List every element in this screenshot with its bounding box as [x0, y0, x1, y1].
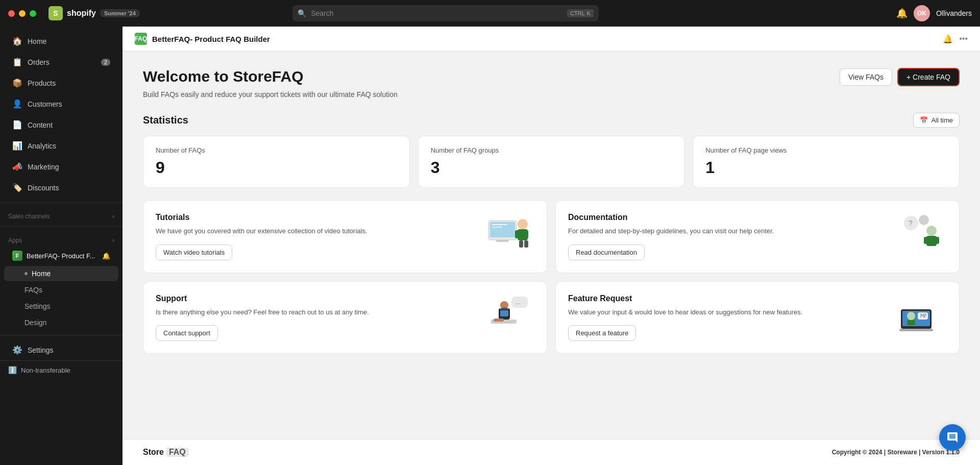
svg-point-12: [919, 215, 929, 225]
non-transferable-notice: ℹ️ Non-transferable: [0, 360, 122, 379]
sidebar-item-settings[interactable]: ⚙️ Settings: [4, 340, 118, 360]
sidebar-item-home[interactable]: 🏠 Home: [4, 31, 118, 51]
support-card-title: Support: [156, 294, 475, 303]
create-faq-button[interactable]: + Create FAQ: [897, 68, 960, 86]
feature-request-illustration: Hi!: [896, 294, 947, 335]
analytics-icon: 📊: [12, 141, 22, 151]
sidebar-divider-1: [0, 202, 122, 203]
view-faqs-button[interactable]: View FAQs: [840, 68, 892, 86]
svg-rect-7: [519, 240, 523, 248]
sidebar-item-products[interactable]: 📦 Products: [4, 73, 118, 93]
time-filter-label: All time: [931, 116, 953, 124]
support-card: Support Is there anything else you need?…: [143, 281, 547, 354]
svg-rect-27: [899, 329, 933, 331]
sidebar-divider-3: [0, 335, 122, 335]
welcome-header: Welcome to StoreFAQ View FAQs + Create F…: [143, 68, 960, 86]
svg-point-3: [518, 219, 528, 229]
season-badge: Summer '24: [100, 9, 140, 17]
sidebar-app-name: BetterFAQ- Product F...: [27, 252, 95, 260]
sidebar-sub-faqs[interactable]: FAQs: [4, 282, 118, 298]
tutorials-card-title: Tutorials: [156, 213, 475, 222]
app-more-icon[interactable]: •••: [959, 34, 968, 43]
sidebar-analytics-label: Analytics: [28, 142, 56, 150]
betterfaq-app-icon: F: [12, 251, 22, 261]
sidebar-section-sales-channels[interactable]: Sales channels ›: [0, 207, 122, 222]
topbar: S shopify Summer '24 🔍 CTRL K 🔔 OK Olliv…: [0, 0, 980, 27]
sidebar-app-betterfaq[interactable]: F BetterFAQ- Product F... 🔔: [4, 247, 118, 265]
sidebar-item-content[interactable]: 📄 Content: [4, 115, 118, 135]
read-docs-button[interactable]: Read documentation: [568, 244, 645, 260]
support-card-content: Support Is there anything else you need?…: [156, 294, 475, 341]
svg-rect-2: [496, 240, 509, 242]
avatar[interactable]: OK: [914, 5, 930, 21]
tutorials-card-content: Tutorials We have got you covered with o…: [156, 213, 475, 260]
sidebar-sub-design-label: Design: [24, 319, 47, 327]
time-filter-button[interactable]: 📅 All time: [913, 113, 960, 128]
sidebar: 🏠 Home 📋 Orders 2 📦 Products 👤 Customers…: [0, 27, 122, 465]
docs-svg: ?: [898, 213, 944, 254]
minimize-window-button[interactable]: [19, 10, 26, 17]
app-bell-icon[interactable]: 🔔: [943, 34, 953, 44]
close-window-button[interactable]: [8, 10, 15, 17]
sidebar-sub-settings[interactable]: Settings: [4, 299, 118, 314]
app-notification-icon: 🔔: [102, 252, 110, 260]
support-illustration: ...: [483, 294, 534, 335]
cards-grid: Tutorials We have got you covered with o…: [143, 200, 960, 354]
statistics-header: Statistics 📅 All time: [143, 113, 960, 128]
shopify-icon: S: [48, 6, 63, 20]
stat-card-faqs: Number of FAQs 9: [143, 136, 410, 188]
main-layout: 🏠 Home 📋 Orders 2 📦 Products 👤 Customers…: [0, 27, 980, 465]
sidebar-sub-design[interactable]: Design: [4, 315, 118, 330]
sidebar-item-orders[interactable]: 📋 Orders 2: [4, 52, 118, 72]
app-footer: Store FAQ Copyright © 2024 | Storeware |…: [122, 439, 980, 465]
non-transferable-label: Non-transferable: [21, 366, 70, 374]
svg-point-28: [907, 312, 915, 320]
maximize-window-button[interactable]: [30, 10, 36, 17]
username-label: Ollivanders: [936, 9, 972, 17]
svg-rect-6: [523, 230, 528, 238]
search-shortcut: CTRL K: [567, 9, 594, 17]
svg-rect-17: [935, 237, 939, 244]
support-svg: ...: [486, 294, 532, 335]
sidebar-item-analytics[interactable]: 📊 Analytics: [4, 136, 118, 156]
contact-support-button[interactable]: Contact support: [156, 325, 218, 341]
footer-copyright-text: Copyright © 2024 | Storeware | Version 1…: [832, 449, 960, 456]
notification-bell-icon[interactable]: 🔔: [896, 8, 908, 19]
welcome-subtitle: Build FAQs easily and reduce your suppor…: [143, 90, 960, 99]
sidebar-sub-home[interactable]: Home: [4, 266, 118, 281]
stat-card-groups: Number of FAQ groups 3: [418, 136, 685, 188]
settings-icon: ⚙️: [12, 345, 22, 355]
home-icon: 🏠: [12, 36, 22, 46]
info-icon: ℹ️: [8, 366, 17, 374]
footer-faq-label: FAQ: [166, 448, 189, 457]
feature-request-card: Feature Request We value your input & wo…: [555, 281, 960, 354]
shopify-logo: S shopify Summer '24: [48, 6, 140, 20]
chat-button[interactable]: [939, 424, 966, 451]
sales-channels-label: Sales channels: [8, 213, 50, 220]
watch-tutorials-button[interactable]: Watch video tutorials: [156, 244, 232, 260]
shortcut-ctrl: CTRL: [570, 10, 585, 16]
sidebar-orders-label: Orders: [28, 58, 50, 66]
sidebar-item-discounts[interactable]: 🏷️ Discounts: [4, 178, 118, 198]
documentation-card: Documentation For detailed and step-by-s…: [555, 200, 960, 273]
svg-rect-10: [492, 227, 502, 228]
feature-svg: Hi!: [898, 294, 944, 335]
request-feature-button[interactable]: Request a feature: [568, 325, 636, 341]
stat-pageviews-label: Number of FAQ page views: [705, 146, 947, 154]
svg-rect-29: [907, 320, 915, 325]
stat-groups-value: 3: [431, 158, 672, 177]
sidebar-item-marketing[interactable]: 📣 Marketing: [4, 157, 118, 177]
tutorials-card-desc: We have got you covered with our extensi…: [156, 226, 475, 236]
orders-badge: 2: [101, 59, 110, 66]
sidebar-divider-2: [0, 226, 122, 227]
svg-rect-8: [524, 240, 528, 248]
stat-card-pageviews: Number of FAQ page views 1: [693, 136, 960, 188]
sidebar-item-customers[interactable]: 👤 Customers: [4, 94, 118, 114]
sidebar-section-apps[interactable]: Apps ›: [0, 231, 122, 246]
svg-text:...: ...: [516, 299, 521, 306]
statistics-title: Statistics: [143, 114, 188, 126]
feature-request-card-desc: We value your input & would love to hear…: [568, 307, 888, 317]
chevron-right-icon-apps: ›: [112, 237, 114, 244]
sidebar-content-label: Content: [28, 121, 53, 129]
search-input[interactable]: [292, 5, 599, 21]
